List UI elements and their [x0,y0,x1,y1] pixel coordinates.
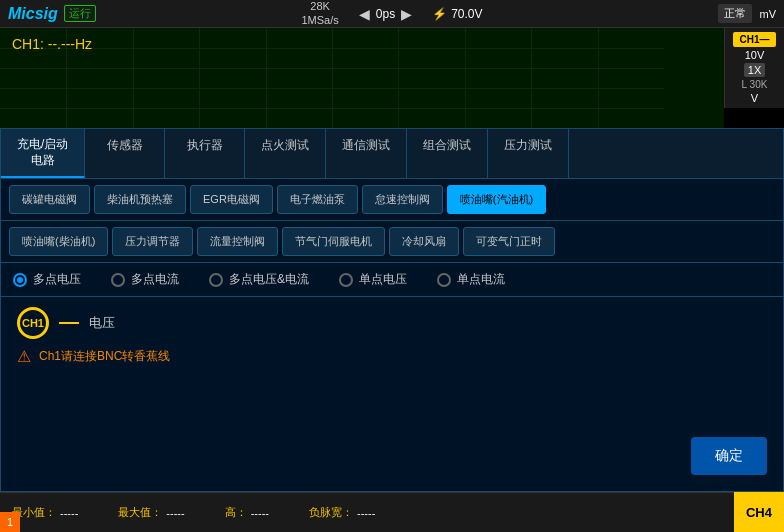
btn-idle-control[interactable]: 怠速控制阀 [362,185,443,214]
tab-sensor[interactable]: 传感器 [85,129,165,178]
high-stat: 高： ----- [225,505,269,520]
scope-area: CH1: --.---Hz [0,28,724,128]
ch4-badge[interactable]: CH4 [734,492,784,532]
bottom-bar: 最小值： ----- 最大值： ----- 高： ----- 负脉宽： ----… [0,492,784,532]
warning-text: Ch1请连接BNC转香蕉线 [39,348,170,365]
btn-injector-diesel[interactable]: 喷油嘴(柴油机) [9,227,108,256]
sample-rate-top: 28K [301,0,338,13]
radio-row: 多点电压 多点电流 多点电压&电流 单点电压 单点电流 [1,263,783,297]
tab-actuator[interactable]: 执行器 [165,129,245,178]
radio-single-current[interactable]: 单点电流 [437,271,505,288]
btn-cooling-fan[interactable]: 冷却风扇 [389,227,459,256]
min-value: ----- [60,507,78,519]
normal-label: 正常 [718,4,752,23]
top-right-controls: 正常 mV [718,4,777,23]
tab-pressure[interactable]: 压力测试 [488,129,569,178]
tab-comm[interactable]: 通信测试 [326,129,407,178]
radio-multi-vc-circle [209,273,223,287]
radio-single-voltage-circle [339,273,353,287]
tab-combo[interactable]: 组合测试 [407,129,488,178]
warning-icon: ⚠ [17,347,31,366]
scope-grid [0,28,664,128]
timebase-right-arrow[interactable]: ▶ [401,6,412,22]
btn-injector-gasoline[interactable]: 喷油嘴(汽油机) [447,185,546,214]
ch1-panel: CH1— 10V 1X L 30K V [724,28,784,108]
btn-egr-solenoid[interactable]: EGR电磁阀 [190,185,273,214]
grid-v-2 [133,28,134,128]
tab-row: 充电/启动电路 传感器 执行器 点火测试 通信测试 组合测试 压力测试 [1,129,783,179]
trigger-area: ⚡ 70.0V [432,7,482,21]
grid-v-8 [531,28,532,128]
timebase-value: 0ps [376,7,395,21]
btn-throttle-servo[interactable]: 节气门伺服电机 [282,227,385,256]
ch1-tag: CH1 [17,307,49,339]
ch-dash [59,322,79,324]
confirm-button[interactable]: 确定 [691,437,767,475]
radio-multi-voltage-circle [13,273,27,287]
main-dialog: 充电/启动电路 传感器 执行器 点火测试 通信测试 组合测试 压力测试 碳罐电磁… [0,128,784,492]
grid-v-4 [266,28,267,128]
radio-multi-current[interactable]: 多点电流 [111,271,179,288]
trigger-icon: ⚡ [432,7,447,21]
btn-glow-plug[interactable]: 柴油机预热塞 [94,185,186,214]
ch-info-label: 电压 [89,314,115,332]
btn-row-1: 碳罐电磁阀 柴油机预热塞 EGR电磁阀 电子燃油泵 怠速控制阀 喷油嘴(汽油机) [1,179,783,221]
tab-charging[interactable]: 充电/启动电路 [1,129,85,178]
ch1-voltage: 10V [745,49,765,61]
high-label: 高： [225,505,247,520]
ch-info-area: CH1 电压 ⚠ Ch1请连接BNC转香蕉线 确定 [1,297,783,491]
radio-single-voltage[interactable]: 单点电压 [339,271,407,288]
mv-label: mV [760,8,777,20]
btn-pressure-regulator[interactable]: 压力调节器 [112,227,193,256]
btn-carbon-solenoid[interactable]: 碳罐电磁阀 [9,185,90,214]
grid-v-9 [598,28,599,128]
max-stat: 最大值： ----- [118,505,184,520]
ch1-coupling: L 30K [742,79,768,90]
grid-v-7 [465,28,466,128]
warning-row: ⚠ Ch1请连接BNC转香蕉线 [17,347,767,366]
ch-tag-row: CH1 电压 [17,307,767,339]
btn-variable-valve[interactable]: 可变气门正时 [463,227,555,256]
run-status: 运行 [64,5,96,22]
radio-multi-voltage[interactable]: 多点电压 [13,271,81,288]
neg-stat: 负脉宽： ----- [309,505,375,520]
radio-single-voltage-label: 单点电压 [359,271,407,288]
max-value: ----- [166,507,184,519]
tab-ignition[interactable]: 点火测试 [245,129,326,178]
radio-multi-voltage-label: 多点电压 [33,271,81,288]
v-label: V [751,92,758,104]
trigger-voltage: 70.0V [451,7,482,21]
timebase-area[interactable]: ◀ 0ps ▶ [359,6,412,22]
grid-v-5 [332,28,333,128]
btn-row-2: 喷油嘴(柴油机) 压力调节器 流量控制阀 节气门伺服电机 冷却风扇 可变气门正时 [1,221,783,263]
radio-multi-vc-label: 多点电压&电流 [229,271,309,288]
sample-rate-bottom: 1MSa/s [301,14,338,27]
radio-single-current-label: 单点电流 [457,271,505,288]
ch1-button[interactable]: CH1— [733,32,775,47]
grid-v-3 [199,28,200,128]
high-value: ----- [251,507,269,519]
ch1-label: CH1— [739,34,769,45]
neg-value: ----- [357,507,375,519]
radio-multi-vc[interactable]: 多点电压&电流 [209,271,309,288]
ch1-probe: 1X [744,63,765,77]
btn-fuel-pump[interactable]: 电子燃油泵 [277,185,358,214]
sample-rate-display: 28K 1MSa/s [301,0,338,26]
app-logo: Micsig [8,5,58,23]
min-stat: 最小值： ----- [12,505,78,520]
page-number: 1 [0,512,20,532]
top-center-controls: 28K 1MSa/s ◀ 0ps ▶ ⚡ 70.0V [301,0,482,26]
grid-v-6 [398,28,399,128]
timebase-left-arrow[interactable]: ◀ [359,6,370,22]
radio-single-current-circle [437,273,451,287]
radio-multi-current-circle [111,273,125,287]
btn-flow-control[interactable]: 流量控制阀 [197,227,278,256]
radio-multi-current-label: 多点电流 [131,271,179,288]
ch1-scope-label: CH1: --.---Hz [12,36,92,52]
max-label: 最大值： [118,505,162,520]
top-bar: Micsig 运行 28K 1MSa/s ◀ 0ps ▶ ⚡ 70.0V 正常 … [0,0,784,28]
neg-label: 负脉宽： [309,505,353,520]
